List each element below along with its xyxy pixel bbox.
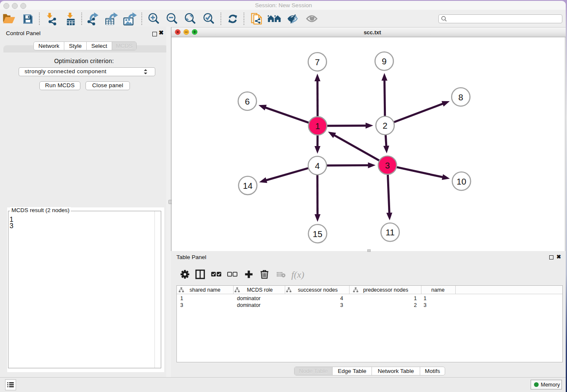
svg-text:10: 10 [457, 177, 466, 186]
svg-text:2: 2 [383, 121, 387, 130]
svg-text:4: 4 [315, 161, 319, 171]
svg-text:7: 7 [315, 57, 319, 67]
svg-text:6: 6 [245, 97, 250, 106]
svg-text:1: 1 [315, 121, 320, 131]
svg-text:11: 11 [385, 227, 394, 237]
svg-text:8: 8 [458, 92, 463, 102]
svg-text:15: 15 [313, 229, 322, 239]
svg-text:f(x): f(x) [292, 269, 305, 280]
svg-text:14: 14 [243, 181, 253, 190]
svg-text:9: 9 [382, 56, 386, 66]
svg-text:3: 3 [385, 160, 390, 170]
